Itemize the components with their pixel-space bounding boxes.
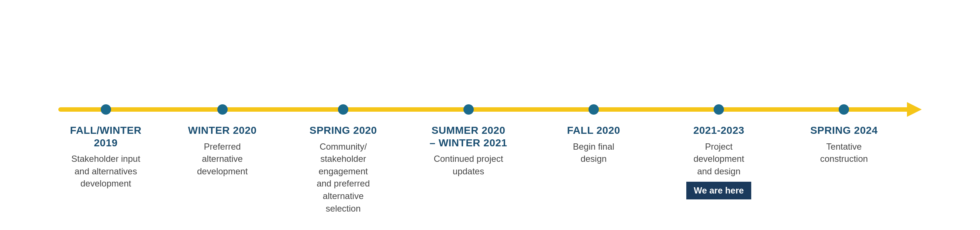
- timeline-container: FALL/WINTER 2019Stakeholder input and al…: [29, 91, 951, 139]
- milestone-title-spring-2024: SPRING 2024: [789, 124, 899, 137]
- milestone-title-fall-2020: FALL 2020: [538, 124, 649, 137]
- milestone-dot-spring-2024: [839, 104, 849, 115]
- milestone-label-winter-2020: WINTER 2020Preferred alternative develop…: [167, 124, 278, 177]
- milestone-dot-fall-2020: [589, 104, 599, 115]
- milestone-description-spring-2020: Community/ stakeholder engagement and pr…: [288, 140, 398, 215]
- timeline-line: [58, 107, 907, 112]
- milestone-description-spring-2024: Tentative construction: [789, 140, 899, 165]
- milestone-dot-summer-2020: [463, 104, 474, 115]
- milestone-description-fall-winter-2019: Stakeholder input and alternatives devel…: [51, 152, 161, 190]
- timeline-arrow: [907, 102, 922, 117]
- milestone-dot-spring-2020: [338, 104, 348, 115]
- milestone-dot-fall-winter-2019: [101, 104, 111, 115]
- milestone-title-2021-2023: 2021-2023: [663, 124, 774, 137]
- milestone-label-spring-2020: SPRING 2020Community/ stakeholder engage…: [288, 124, 398, 214]
- milestone-label-fall-2020: FALL 2020Begin final design: [538, 124, 649, 165]
- milestone-dot-winter-2020: [217, 104, 228, 115]
- milestone-label-spring-2024: SPRING 2024Tentative construction: [789, 124, 899, 165]
- milestone-dot-2021-2023: [714, 104, 724, 115]
- milestone-title-summer-2020: SUMMER 2020 – WINTER 2021: [413, 124, 524, 149]
- milestone-title-winter-2020: WINTER 2020: [167, 124, 278, 137]
- milestone-title-fall-winter-2019: FALL/WINTER 2019: [51, 124, 161, 149]
- timeline-track: [58, 106, 922, 113]
- milestone-description-2021-2023: Project development and design: [663, 140, 774, 178]
- milestone-label-fall-winter-2019: FALL/WINTER 2019Stakeholder input and al…: [51, 124, 161, 190]
- we-are-here-badge: We are here: [686, 182, 751, 200]
- milestone-description-summer-2020: Continued project updates: [413, 152, 524, 177]
- milestone-label-2021-2023: 2021-2023Project development and designW…: [663, 124, 774, 200]
- milestone-title-spring-2020: SPRING 2020: [288, 124, 398, 137]
- milestone-description-fall-2020: Begin final design: [538, 140, 649, 165]
- milestone-label-summer-2020: SUMMER 2020 – WINTER 2021Continued proje…: [413, 124, 524, 177]
- milestone-description-winter-2020: Preferred alternative development: [167, 140, 278, 178]
